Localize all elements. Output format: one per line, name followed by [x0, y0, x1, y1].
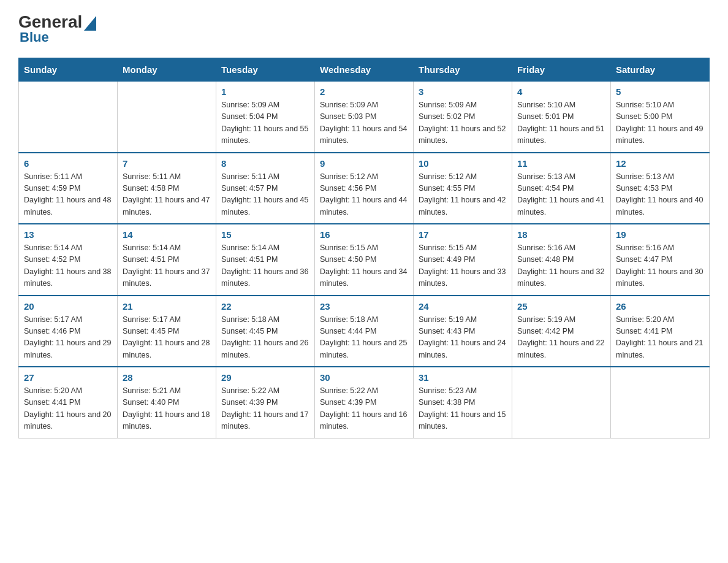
logo: General Blue [18, 12, 99, 45]
calendar-cell: 15Sunrise: 5:14 AMSunset: 4:51 PMDayligh… [216, 224, 315, 296]
calendar-cell: 4Sunrise: 5:10 AMSunset: 5:01 PMDaylight… [512, 82, 611, 153]
day-info: Sunrise: 5:13 AMSunset: 4:53 PMDaylight:… [616, 171, 704, 219]
day-number: 3 [419, 86, 507, 97]
day-info: Sunrise: 5:11 AMSunset: 4:57 PMDaylight:… [221, 171, 309, 219]
logo-bottom-text: Blue [20, 29, 49, 45]
svg-marker-0 [84, 16, 96, 31]
day-number: 26 [616, 301, 704, 312]
day-info: Sunrise: 5:15 AMSunset: 4:50 PMDaylight:… [320, 242, 408, 290]
day-info: Sunrise: 5:12 AMSunset: 4:55 PMDaylight:… [419, 171, 507, 219]
day-number: 4 [517, 86, 605, 97]
day-info: Sunrise: 5:19 AMSunset: 4:43 PMDaylight:… [419, 314, 507, 362]
day-info: Sunrise: 5:20 AMSunset: 4:41 PMDaylight:… [24, 385, 112, 433]
day-number: 29 [221, 372, 309, 383]
calendar-week-row: 1Sunrise: 5:09 AMSunset: 5:04 PMDaylight… [19, 82, 710, 153]
day-number: 24 [419, 301, 507, 312]
weekday-header-tuesday: Tuesday [216, 58, 315, 82]
calendar-cell: 27Sunrise: 5:20 AMSunset: 4:41 PMDayligh… [19, 367, 118, 438]
calendar-cell: 28Sunrise: 5:21 AMSunset: 4:40 PMDayligh… [118, 367, 216, 438]
day-info: Sunrise: 5:09 AMSunset: 5:04 PMDaylight:… [221, 99, 309, 147]
day-number: 12 [616, 158, 704, 169]
day-number: 16 [320, 229, 408, 240]
calendar-cell: 31Sunrise: 5:23 AMSunset: 4:38 PMDayligh… [414, 367, 512, 438]
calendar-cell: 29Sunrise: 5:22 AMSunset: 4:39 PMDayligh… [216, 367, 315, 438]
calendar-week-row: 13Sunrise: 5:14 AMSunset: 4:52 PMDayligh… [19, 224, 710, 296]
day-info: Sunrise: 5:09 AMSunset: 5:03 PMDaylight:… [320, 99, 408, 147]
weekday-header-sunday: Sunday [19, 58, 118, 82]
day-number: 31 [419, 372, 507, 383]
calendar-cell: 13Sunrise: 5:14 AMSunset: 4:52 PMDayligh… [19, 224, 118, 296]
calendar-cell: 1Sunrise: 5:09 AMSunset: 5:04 PMDaylight… [216, 82, 315, 153]
calendar-cell: 11Sunrise: 5:13 AMSunset: 4:54 PMDayligh… [512, 153, 611, 224]
calendar-cell: 23Sunrise: 5:18 AMSunset: 4:44 PMDayligh… [315, 296, 414, 367]
day-number: 17 [419, 229, 507, 240]
day-info: Sunrise: 5:21 AMSunset: 4:40 PMDaylight:… [123, 385, 211, 433]
day-info: Sunrise: 5:13 AMSunset: 4:54 PMDaylight:… [517, 171, 605, 219]
day-info: Sunrise: 5:19 AMSunset: 4:42 PMDaylight:… [517, 314, 605, 362]
day-number: 11 [517, 158, 605, 169]
day-info: Sunrise: 5:11 AMSunset: 4:58 PMDaylight:… [123, 171, 211, 219]
calendar-header-row: SundayMondayTuesdayWednesdayThursdayFrid… [19, 58, 710, 82]
day-info: Sunrise: 5:14 AMSunset: 4:51 PMDaylight:… [221, 242, 309, 290]
calendar-cell: 2Sunrise: 5:09 AMSunset: 5:03 PMDaylight… [315, 82, 414, 153]
day-info: Sunrise: 5:16 AMSunset: 4:48 PMDaylight:… [517, 242, 605, 290]
page-header: General Blue [18, 12, 710, 45]
day-number: 22 [221, 301, 309, 312]
calendar-cell: 6Sunrise: 5:11 AMSunset: 4:59 PMDaylight… [19, 153, 118, 224]
calendar-cell: 20Sunrise: 5:17 AMSunset: 4:46 PMDayligh… [19, 296, 118, 367]
day-info: Sunrise: 5:22 AMSunset: 4:39 PMDaylight:… [320, 385, 408, 433]
calendar-cell: 19Sunrise: 5:16 AMSunset: 4:47 PMDayligh… [611, 224, 710, 296]
day-info: Sunrise: 5:09 AMSunset: 5:02 PMDaylight:… [419, 99, 507, 147]
calendar-cell: 5Sunrise: 5:10 AMSunset: 5:00 PMDaylight… [611, 82, 710, 153]
day-info: Sunrise: 5:14 AMSunset: 4:51 PMDaylight:… [123, 242, 211, 290]
calendar-cell [19, 82, 118, 153]
day-number: 19 [616, 229, 704, 240]
day-number: 10 [419, 158, 507, 169]
calendar-cell: 25Sunrise: 5:19 AMSunset: 4:42 PMDayligh… [512, 296, 611, 367]
day-info: Sunrise: 5:12 AMSunset: 4:56 PMDaylight:… [320, 171, 408, 219]
calendar-cell: 3Sunrise: 5:09 AMSunset: 5:02 PMDaylight… [414, 82, 512, 153]
day-number: 15 [221, 229, 309, 240]
weekday-header-thursday: Thursday [414, 58, 512, 82]
calendar-cell: 22Sunrise: 5:18 AMSunset: 4:45 PMDayligh… [216, 296, 315, 367]
day-info: Sunrise: 5:10 AMSunset: 5:01 PMDaylight:… [517, 99, 605, 147]
day-info: Sunrise: 5:16 AMSunset: 4:47 PMDaylight:… [616, 242, 704, 290]
calendar-cell: 14Sunrise: 5:14 AMSunset: 4:51 PMDayligh… [118, 224, 216, 296]
day-number: 2 [320, 86, 408, 97]
day-number: 9 [320, 158, 408, 169]
day-info: Sunrise: 5:18 AMSunset: 4:44 PMDaylight:… [320, 314, 408, 362]
calendar-cell [118, 82, 216, 153]
calendar-table: SundayMondayTuesdayWednesdayThursdayFrid… [18, 58, 710, 439]
calendar-cell: 7Sunrise: 5:11 AMSunset: 4:58 PMDaylight… [118, 153, 216, 224]
day-number: 21 [123, 301, 211, 312]
day-info: Sunrise: 5:23 AMSunset: 4:38 PMDaylight:… [419, 385, 507, 433]
day-number: 1 [221, 86, 309, 97]
day-info: Sunrise: 5:17 AMSunset: 4:46 PMDaylight:… [24, 314, 112, 362]
day-info: Sunrise: 5:17 AMSunset: 4:45 PMDaylight:… [123, 314, 211, 362]
calendar-week-row: 27Sunrise: 5:20 AMSunset: 4:41 PMDayligh… [19, 367, 710, 438]
day-info: Sunrise: 5:20 AMSunset: 4:41 PMDaylight:… [616, 314, 704, 362]
day-number: 14 [123, 229, 211, 240]
day-info: Sunrise: 5:22 AMSunset: 4:39 PMDaylight:… [221, 385, 309, 433]
day-number: 7 [123, 158, 211, 169]
day-number: 30 [320, 372, 408, 383]
calendar-cell [512, 367, 611, 438]
day-number: 18 [517, 229, 605, 240]
calendar-cell: 16Sunrise: 5:15 AMSunset: 4:50 PMDayligh… [315, 224, 414, 296]
weekday-header-friday: Friday [512, 58, 611, 82]
calendar-cell: 12Sunrise: 5:13 AMSunset: 4:53 PMDayligh… [611, 153, 710, 224]
calendar-cell: 26Sunrise: 5:20 AMSunset: 4:41 PMDayligh… [611, 296, 710, 367]
calendar-cell: 8Sunrise: 5:11 AMSunset: 4:57 PMDaylight… [216, 153, 315, 224]
day-info: Sunrise: 5:10 AMSunset: 5:00 PMDaylight:… [616, 99, 704, 147]
weekday-header-saturday: Saturday [611, 58, 710, 82]
calendar-week-row: 6Sunrise: 5:11 AMSunset: 4:59 PMDaylight… [19, 153, 710, 224]
day-info: Sunrise: 5:18 AMSunset: 4:45 PMDaylight:… [221, 314, 309, 362]
calendar-cell: 17Sunrise: 5:15 AMSunset: 4:49 PMDayligh… [414, 224, 512, 296]
day-number: 6 [24, 158, 112, 169]
logo-triangle-icon [84, 16, 96, 31]
day-number: 13 [24, 229, 112, 240]
day-number: 23 [320, 301, 408, 312]
day-number: 8 [221, 158, 309, 169]
day-number: 27 [24, 372, 112, 383]
day-number: 28 [123, 372, 211, 383]
